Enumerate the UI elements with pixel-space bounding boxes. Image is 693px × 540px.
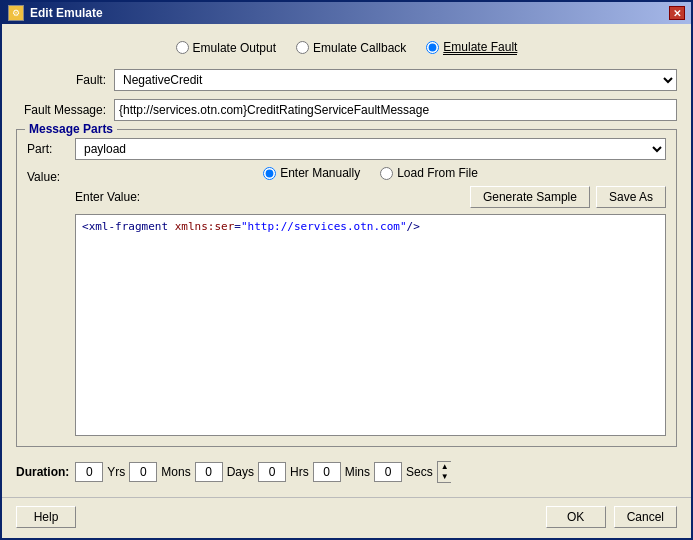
edit-emulate-window: ⚙ Edit Emulate ✕ Emulate Output Emulate … [0, 0, 693, 540]
duration-secs-input[interactable] [374, 462, 402, 482]
load-from-file-option[interactable]: Load From File [380, 166, 478, 180]
bottom-row: Help OK Cancel [2, 497, 691, 538]
save-as-button[interactable]: Save As [596, 186, 666, 208]
duration-spinner[interactable]: ▲ ▼ [437, 461, 451, 483]
enter-value-row: Enter Value: Generate Sample Save As [75, 186, 666, 208]
part-select-wrapper: payload [75, 138, 666, 160]
duration-hrs-input[interactable] [258, 462, 286, 482]
emulate-fault-radio[interactable] [426, 41, 439, 54]
fault-select[interactable]: NegativeCredit [114, 69, 677, 91]
xml-editor[interactable]: <xml-fragment xmlns:ser="http://services… [75, 214, 666, 436]
duration-mins-input[interactable] [313, 462, 341, 482]
enter-manually-option[interactable]: Enter Manually [263, 166, 360, 180]
title-bar-left: ⚙ Edit Emulate [8, 5, 103, 21]
window-icon: ⚙ [8, 5, 24, 21]
emulate-callback-label: Emulate Callback [313, 41, 406, 55]
enter-manually-label: Enter Manually [280, 166, 360, 180]
enter-manually-radio[interactable] [263, 167, 276, 180]
load-from-file-radio[interactable] [380, 167, 393, 180]
duration-label: Duration: [16, 465, 69, 479]
generate-sample-button[interactable]: Generate Sample [470, 186, 590, 208]
duration-yrs-unit: Yrs [107, 465, 125, 479]
main-content: Emulate Output Emulate Callback Emulate … [2, 24, 691, 497]
duration-mins-unit: Mins [345, 465, 370, 479]
duration-hrs-unit: Hrs [290, 465, 309, 479]
fault-message-row: Fault Message: [16, 99, 677, 121]
window-title: Edit Emulate [30, 6, 103, 20]
emulate-callback-radio[interactable] [296, 41, 309, 54]
fault-label: Fault: [16, 73, 106, 87]
message-parts-group: Message Parts Part: payload Value: [16, 129, 677, 447]
duration-row: Duration: Yrs Mons Days Hrs Mins Secs ▲ … [16, 455, 677, 487]
emulate-output-label: Emulate Output [193, 41, 276, 55]
duration-yrs-input[interactable] [75, 462, 103, 482]
fault-select-wrapper: NegativeCredit [114, 69, 677, 91]
duration-days-unit: Days [227, 465, 254, 479]
value-label: Value: [27, 166, 67, 436]
enter-value-label: Enter Value: [75, 190, 140, 204]
part-row: Part: payload [27, 138, 666, 160]
duration-mons-input[interactable] [129, 462, 157, 482]
part-select[interactable]: payload [75, 138, 666, 160]
action-buttons: Generate Sample Save As [470, 186, 666, 208]
cancel-button[interactable]: Cancel [614, 506, 677, 528]
value-radio-row: Enter Manually Load From File [75, 166, 666, 180]
emulate-fault-option[interactable]: Emulate Fault [426, 40, 517, 55]
duration-days-input[interactable] [195, 462, 223, 482]
emulate-output-radio[interactable] [176, 41, 189, 54]
duration-mons-unit: Mons [161, 465, 190, 479]
duration-up-btn[interactable]: ▲ [438, 462, 452, 472]
value-content: Enter Manually Load From File Enter Valu… [75, 166, 666, 436]
duration-down-btn[interactable]: ▼ [438, 472, 452, 482]
help-button[interactable]: Help [16, 506, 76, 528]
title-bar: ⚙ Edit Emulate ✕ [2, 2, 691, 24]
load-from-file-label: Load From File [397, 166, 478, 180]
emulate-output-option[interactable]: Emulate Output [176, 41, 276, 55]
emulate-fault-label: Emulate Fault [443, 40, 517, 55]
close-button[interactable]: ✕ [669, 6, 685, 20]
bottom-right-buttons: OK Cancel [546, 506, 677, 528]
fault-row: Fault: NegativeCredit [16, 69, 677, 91]
fault-message-input[interactable] [114, 99, 677, 121]
fault-message-label: Fault Message: [16, 103, 106, 117]
message-parts-title: Message Parts [25, 122, 117, 136]
top-radio-row: Emulate Output Emulate Callback Emulate … [16, 34, 677, 61]
xml-content: <xml-fragment xmlns:ser="http://services… [82, 220, 420, 233]
value-section: Value: Enter Manually Load From File [27, 166, 666, 436]
ok-button[interactable]: OK [546, 506, 606, 528]
emulate-callback-option[interactable]: Emulate Callback [296, 41, 406, 55]
part-label: Part: [27, 142, 67, 156]
duration-secs-unit: Secs [406, 465, 433, 479]
